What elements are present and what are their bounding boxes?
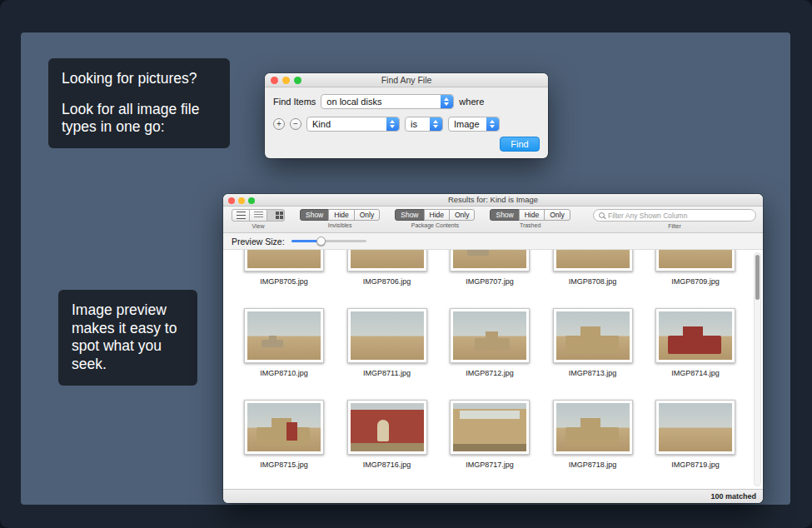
file-cell[interactable]: IMGP8706.jpg	[338, 250, 436, 286]
thumbnail	[553, 400, 633, 455]
file-cell[interactable]: IMGP8711.jpg	[338, 308, 436, 377]
file-cell[interactable]: IMGP8705.jpg	[235, 250, 333, 286]
file-cell[interactable]: IMGP8716.jpg	[338, 400, 436, 469]
trashed-group: Show Hide Only Trashed	[490, 209, 570, 228]
invisibles-show-button[interactable]: Show	[300, 209, 329, 221]
details-list-icon	[254, 212, 263, 219]
invisibles-group: Show Hide Only Invisibles	[300, 209, 380, 228]
file-name: IMGP8705.jpg	[260, 277, 308, 286]
results-window-titlebar[interactable]: Results for: Kind is Image	[223, 194, 763, 207]
invisibles-only-button[interactable]: Only	[354, 209, 380, 221]
file-cell[interactable]: IMGP8708.jpg	[544, 250, 642, 286]
invisibles-group-label: Invisibles	[328, 222, 352, 228]
matched-count: 100 matched	[710, 492, 756, 501]
file-name: IMGP8707.jpg	[466, 277, 514, 286]
close-button[interactable]	[271, 77, 278, 84]
file-name: IMGP8716.jpg	[363, 461, 411, 469]
trashed-group-label: Trashed	[520, 222, 541, 228]
package-contents-show-button[interactable]: Show	[395, 209, 424, 221]
zoom-button[interactable]	[248, 197, 255, 204]
view-group-label: View	[252, 223, 264, 229]
file-cell[interactable]: IMGP8707.jpg	[441, 250, 539, 286]
scope-popup[interactable]: on local disks	[321, 94, 454, 109]
truck-shape	[668, 336, 721, 354]
package-contents-group-label: Package Contents	[411, 222, 459, 228]
filter-input[interactable]	[608, 212, 750, 220]
slider-knob[interactable]	[316, 237, 326, 246]
callout-looking-for-pictures: Looking for pictures? Look for all image…	[48, 58, 230, 148]
attribute-popup-value: Kind	[312, 119, 331, 129]
photo-desert-truck	[556, 311, 630, 360]
photo-desert-truck	[556, 250, 630, 268]
trashed-hide-button[interactable]: Hide	[519, 209, 545, 221]
scope-popup-value: on local disks	[326, 97, 381, 107]
file-name: IMGP8717.jpg	[466, 461, 514, 469]
file-cell[interactable]: IMGP8709.jpg	[646, 250, 745, 286]
attribute-popup[interactable]: Kind	[306, 117, 400, 132]
file-cell[interactable]: IMGP8717.jpg	[441, 400, 539, 469]
file-name: IMGP8710.jpg	[260, 369, 308, 377]
popup-arrows-icon	[441, 95, 453, 108]
trashed-show-button[interactable]: Show	[490, 209, 519, 221]
results-toolbar: View Show Hide Only Invisibles Show Hide…	[223, 207, 763, 233]
scrollbar-thumb[interactable]	[755, 255, 760, 300]
close-button[interactable]	[228, 197, 235, 204]
preview-size-slider[interactable]	[291, 237, 366, 246]
photo-desert-truck	[351, 250, 424, 268]
package-contents-only-button[interactable]: Only	[449, 209, 475, 221]
file-cell[interactable]: IMGP8715.jpg	[235, 400, 333, 469]
view-grid-button[interactable]	[267, 209, 285, 222]
photo-desert-truck	[453, 403, 526, 451]
grid-row-3: IMGP8715.jpg IMGP8716.jpg IMGP8717.jpg I…	[235, 400, 745, 469]
file-cell[interactable]: IMGP8719.jpg	[646, 400, 745, 469]
thumbnail	[244, 308, 324, 363]
status-bar: 100 matched	[223, 489, 763, 503]
preview-size-row: Preview Size:	[223, 233, 763, 250]
operator-popup[interactable]: is	[405, 117, 443, 132]
traffic-lights	[228, 197, 255, 204]
thumbnail	[553, 250, 633, 271]
file-cell[interactable]: IMGP8718.jpg	[544, 400, 642, 469]
find-window-titlebar[interactable]: Find Any File	[265, 73, 548, 87]
filter-search-field[interactable]	[593, 209, 756, 222]
value-popup[interactable]: Image	[448, 117, 500, 132]
file-cell[interactable]: IMGP8710.jpg	[235, 308, 333, 377]
find-button[interactable]: Find	[500, 137, 540, 152]
zoom-button[interactable]	[294, 77, 301, 84]
trashed-only-button[interactable]: Only	[544, 209, 570, 221]
file-name: IMGP8713.jpg	[569, 369, 617, 377]
remove-criterion-button[interactable]: −	[290, 118, 301, 130]
view-list-button[interactable]	[232, 209, 250, 222]
minimize-button[interactable]	[238, 197, 245, 204]
thumbnail	[450, 400, 530, 455]
package-contents-group: Show Hide Only Package Contents	[395, 209, 475, 228]
photo-desert-truck	[659, 311, 732, 360]
truck-shape	[565, 427, 619, 446]
find-any-file-window: Find Any File Find Items on local disks …	[265, 73, 548, 158]
search-icon	[599, 212, 605, 218]
callout-line-2: Look for all image file types in one go:	[62, 101, 217, 137]
file-name: IMGP8706.jpg	[363, 277, 411, 286]
file-cell[interactable]: IMGP8713.jpg	[544, 308, 642, 377]
callout-line-1: Looking for pictures?	[62, 70, 217, 88]
truck-shape	[257, 427, 310, 446]
add-criterion-button[interactable]: +	[273, 118, 285, 130]
find-window-title: Find Any File	[381, 75, 432, 85]
invisibles-hide-button[interactable]: Hide	[328, 209, 354, 221]
package-contents-hide-button[interactable]: Hide	[424, 209, 450, 221]
view-group: View	[232, 209, 285, 229]
file-cell[interactable]: IMGP8712.jpg	[441, 308, 539, 377]
results-window-title: Results for: Kind is Image	[448, 195, 538, 204]
vertical-scrollbar[interactable]	[754, 252, 761, 486]
thumbnail	[244, 250, 324, 271]
where-label: where	[459, 97, 484, 107]
file-name: IMGP8709.jpg	[671, 277, 720, 286]
minimize-button[interactable]	[282, 77, 290, 84]
file-name: IMGP8708.jpg	[569, 277, 617, 286]
file-cell[interactable]: IMGP8714.jpg	[646, 308, 745, 377]
photo-desert-truck	[351, 403, 424, 451]
find-window-body: Find Items on local disks where + − Kind…	[265, 87, 548, 158]
view-details-button[interactable]	[249, 209, 267, 222]
photo-desert-truck	[351, 311, 424, 360]
photo-desert-truck	[659, 403, 732, 451]
